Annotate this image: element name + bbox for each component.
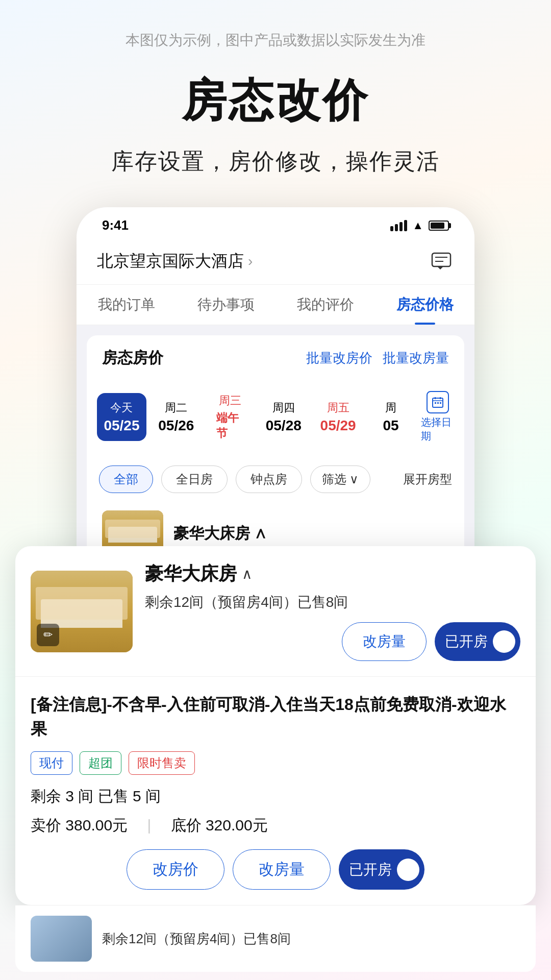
tag-xianjfu: 现付 <box>31 751 72 775</box>
phone-mockup: 9:41 ▲ 北京望京国际大酒店 › <box>77 207 474 577</box>
chevron-right-icon: › <box>248 253 253 270</box>
room-availability: 剩余12间（预留房4间）已售8间 <box>145 593 520 612</box>
status-icons: ▲ <box>390 219 449 232</box>
room-name-row: 豪华大床房 ∧ <box>145 561 520 586</box>
wifi-icon: ▲ <box>412 219 423 232</box>
date-today-num: 05/25 <box>104 418 139 434</box>
toggle-circle <box>493 630 515 653</box>
date-fri-num: 05/29 <box>320 418 356 434</box>
date-tue-num: 05/26 <box>158 418 194 434</box>
tab-pending[interactable]: 待办事项 <box>197 295 255 325</box>
filter-bar: 全部 全日房 钟点房 筛选 ∨ 展开房型 <box>87 458 464 500</box>
date-wed[interactable]: 周三 端午节 <box>206 386 254 448</box>
batch-price-btn[interactable]: 批量改房价 <box>306 349 372 367</box>
batch-room-btn[interactable]: 批量改房量 <box>383 349 449 367</box>
room-actions: 改房量 已开房 <box>145 622 520 661</box>
svg-rect-10 <box>440 402 441 404</box>
room-name: 豪华大床房 <box>145 561 237 586</box>
hotel-name-row[interactable]: 北京望京国际大酒店 › <box>97 250 253 273</box>
svg-rect-8 <box>435 402 436 404</box>
availability-row: 剩余 3 间 已售 5 间 <box>31 786 520 807</box>
tags-row: 现付 超团 限时售卖 <box>31 751 520 775</box>
svg-marker-3 <box>437 266 443 270</box>
hotel-name-text: 北京望京国际大酒店 <box>97 250 244 273</box>
floor-price: 底价 320.00元 <box>171 817 268 834</box>
tab-reviews[interactable]: 我的评价 <box>297 295 354 325</box>
date-partial[interactable]: 周 05 <box>368 393 414 441</box>
bottom-preview-strip: 剩余12间（预留房4间）已售8间 <box>15 905 536 972</box>
date-fri-label: 周五 <box>327 400 349 415</box>
change-room-btn[interactable]: 改房量 <box>342 622 427 661</box>
subtitle: 库存设置，房价修改，操作灵活 <box>111 146 440 177</box>
rate-plan-card: [备注信息]-不含早-入住前可取消-入住当天18点前免费取消-欢迎水果 现付 超… <box>15 677 536 905</box>
room-header-card: ✏ 豪华大床房 ∧ 剩余12间（预留房4间）已售8间 改房量 已开房 <box>15 546 536 677</box>
batch-actions: 批量改房价 批量改房量 <box>306 349 449 367</box>
date-thu-label: 周四 <box>272 400 295 415</box>
status-time: 9:41 <box>102 217 129 233</box>
date-today[interactable]: 今天 05/25 <box>97 393 146 441</box>
filter-all[interactable]: 全部 <box>99 465 153 493</box>
open-room-toggle-2[interactable]: 已开房 <box>339 849 424 890</box>
date-today-label: 今天 <box>110 400 133 415</box>
date-tue-label: 周二 <box>165 400 187 415</box>
tag-chaotuan: 超团 <box>80 751 121 775</box>
bottom-room-info: 剩余12间（预留房4间）已售8间 <box>102 930 291 948</box>
calendar-label: 选择日期 <box>421 415 454 443</box>
price-row: 卖价 380.00元 | 底价 320.00元 <box>31 815 520 836</box>
status-bar: 9:41 ▲ <box>77 207 474 238</box>
filter-hourly[interactable]: 钟点房 <box>236 465 302 493</box>
signal-icon <box>390 220 407 231</box>
change-price-btn[interactable]: 改房价 <box>127 849 224 890</box>
date-wed-label: 周三 <box>219 393 241 408</box>
edit-icon[interactable]: ✏ <box>37 624 59 646</box>
date-partial-num: 05 <box>383 418 398 434</box>
room-price-header: 房态房价 批量改房价 批量改房量 <box>87 335 464 381</box>
popup-card: ✏ 豪华大床房 ∧ 剩余12间（预留房4间）已售8间 改房量 已开房 <box>15 546 536 905</box>
svg-rect-9 <box>437 402 439 404</box>
bottom-room-thumb <box>31 916 92 962</box>
date-fri[interactable]: 周五 05/29 <box>313 393 363 441</box>
room-price-section: 房态房价 批量改房价 批量改房量 今天 05/25 周二 05/26 周三 <box>77 325 474 577</box>
bottom-room-row: 剩余12间（预留房4间）已售8间 <box>15 905 536 972</box>
disclaimer-text: 本图仅为示例，图中产品或数据以实际发生为准 <box>126 31 425 50</box>
toggle-circle-2 <box>397 859 419 881</box>
open-room-toggle[interactable]: 已开房 <box>435 622 520 661</box>
rate-plan-title: [备注信息]-不含早-入住前可取消-入住当天18点前免费取消-欢迎水果 <box>31 692 520 741</box>
app-header: 北京望京国际大酒店 › <box>77 238 474 285</box>
change-room-qty-btn[interactable]: 改房量 <box>233 849 331 890</box>
dropdown-arrow-icon: ∨ <box>349 472 359 486</box>
filter-allday[interactable]: 全日房 <box>161 465 228 493</box>
date-thu[interactable]: 周四 05/28 <box>259 393 308 441</box>
nav-tabs: 我的订单 待办事项 我的评价 房态价格 <box>77 285 474 325</box>
room-price-title: 房态房价 <box>102 348 163 369</box>
tag-limited: 限时售卖 <box>129 751 195 775</box>
svg-rect-0 <box>432 253 450 266</box>
room-preview-title: 豪华大床房 ∧ <box>173 523 267 544</box>
filter-dropdown[interactable]: 筛选 ∨ <box>310 465 370 493</box>
room-preview-collapse-icon: ∧ <box>254 525 267 542</box>
calendar-icon <box>427 391 449 413</box>
popup-area: ✏ 豪华大床房 ∧ 剩余12间（预留房4间）已售8间 改房量 已开房 <box>0 546 551 972</box>
battery-icon <box>429 220 449 231</box>
date-thu-num: 05/28 <box>266 418 302 434</box>
message-icon[interactable] <box>429 249 454 274</box>
sell-price: 卖价 380.00元 <box>31 817 128 834</box>
rate-actions: 改房价 改房量 已开房 <box>31 849 520 890</box>
room-image: ✏ <box>31 571 133 652</box>
expand-rooms-btn[interactable]: 展开房型 <box>403 471 452 487</box>
date-tue[interactable]: 周二 05/26 <box>152 393 201 441</box>
main-title: 房态改价 <box>182 70 369 131</box>
date-partial-label: 周 <box>385 400 396 415</box>
room-info: 豪华大床房 ∧ 剩余12间（预留房4间）已售8间 改房量 已开房 <box>145 561 520 661</box>
collapse-icon[interactable]: ∧ <box>242 566 253 582</box>
tab-room-status[interactable]: 房态价格 <box>396 295 454 325</box>
date-picker: 今天 05/25 周二 05/26 周三 端午节 周四 05/28 周五 0 <box>87 381 464 458</box>
calendar-btn[interactable]: 选择日期 <box>421 391 454 443</box>
date-wed-num: 端午节 <box>216 410 244 441</box>
tab-my-orders[interactable]: 我的订单 <box>98 295 155 325</box>
